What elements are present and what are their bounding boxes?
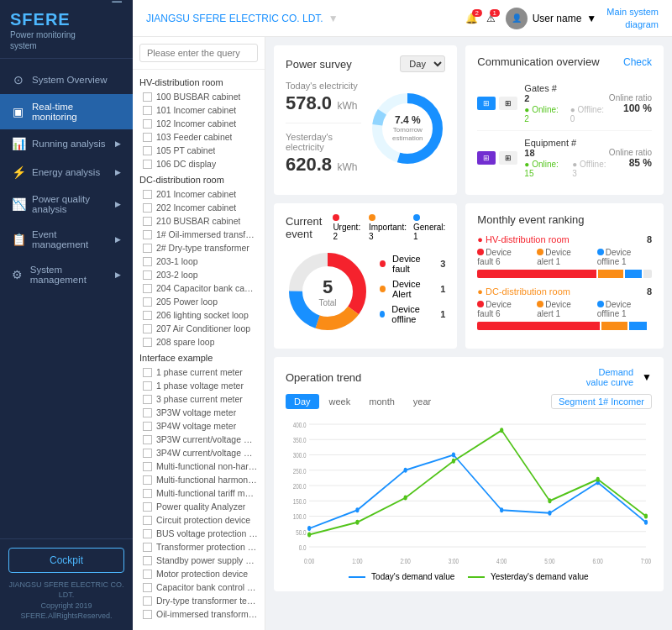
tree-item[interactable]: 3 phase current meter — [133, 392, 265, 406]
tree-checkbox[interactable] — [143, 489, 152, 498]
tree-checkbox[interactable] — [143, 146, 152, 155]
tree-checkbox[interactable] — [143, 244, 152, 253]
tree-item[interactable]: Power quality Analyzer — [133, 500, 265, 513]
tree-checkbox[interactable] — [143, 462, 152, 471]
tree-item[interactable]: 210 BUSBAR cabinet — [133, 214, 265, 228]
tree-checkbox[interactable] — [143, 203, 152, 213]
tree-item[interactable]: 203-1 loop — [133, 255, 265, 268]
tree-item[interactable]: 102 Incomer cabinet — [133, 117, 265, 130]
tree-item[interactable]: 207 Air Conditioner loop — [133, 322, 265, 335]
tree-checkbox[interactable] — [143, 408, 152, 417]
demand-value-curve[interactable]: Demand value curve — [586, 367, 633, 387]
user-info[interactable]: 👤 User name ▼ — [506, 8, 597, 29]
sidebar-item-event-management[interactable]: 📋 Event management ▶ — [0, 222, 133, 257]
tree-item[interactable]: 1# Oil-immersed transformer — [133, 228, 265, 241]
tree-checkbox[interactable] — [143, 449, 152, 458]
tree-item[interactable]: 3P4W voltage meter — [133, 419, 265, 433]
sidebar-item-energy-analysis[interactable]: ⚡ Energy analysis ▶ — [0, 158, 133, 186]
tree-checkbox[interactable] — [143, 324, 152, 333]
tree-checkbox[interactable] — [143, 217, 152, 226]
day-select[interactable]: Day — [400, 55, 445, 72]
tree-checkbox[interactable] — [143, 230, 152, 239]
tree-item[interactable]: 202 Incomer cabinet — [133, 201, 265, 214]
tree-checkbox[interactable] — [143, 422, 152, 431]
tree-checkbox[interactable] — [143, 338, 152, 347]
tree-label: 105 PT cabinet — [156, 145, 215, 155]
tree-item[interactable]: 103 Feeder cabinet — [133, 130, 265, 144]
search-input[interactable] — [139, 44, 258, 62]
tree-checkbox[interactable] — [143, 311, 152, 320]
tree-label: 3 phase current meter — [156, 394, 243, 404]
tree-item[interactable]: 206 lighting socket loop — [133, 308, 265, 322]
tree-item[interactable]: Motor protection device — [133, 567, 265, 580]
tree-checkbox[interactable] — [143, 297, 152, 307]
tree-item[interactable]: BUS voltage protection device — [133, 527, 265, 540]
trend-tab-week[interactable]: week — [321, 394, 360, 409]
tree-item[interactable]: 204 Capacitor bank cabinet — [133, 281, 265, 295]
tree-checkbox[interactable] — [143, 570, 152, 579]
trend-tab-month[interactable]: month — [360, 394, 403, 409]
tree-item[interactable]: 203-2 loop — [133, 268, 265, 281]
tree-item[interactable]: Standby power supply bing in device — [133, 554, 265, 567]
tree-checkbox[interactable] — [143, 270, 152, 280]
tree-item[interactable]: 201 Incomer cabinet — [133, 187, 265, 201]
segment-select[interactable]: Segment 1# Incomer — [551, 394, 652, 409]
tree-checkbox[interactable] — [143, 543, 152, 552]
tree-checkbox[interactable] — [143, 133, 152, 142]
tree-item[interactable]: 3P3W voltage meter — [133, 406, 265, 419]
tree-checkbox[interactable] — [143, 596, 152, 606]
comm-check-button[interactable]: Check — [623, 56, 652, 68]
sidebar-item-realtime-monitoring[interactable]: ▣ Real-time monitoring — [0, 94, 133, 129]
tree-item[interactable]: Dry-type transformer temperature control… — [133, 594, 265, 607]
power-survey-control: Day — [400, 55, 445, 72]
tree-item[interactable]: 205 Power loop — [133, 295, 265, 308]
tree-item[interactable]: 208 spare loop — [133, 335, 265, 349]
tree-checkbox[interactable] — [143, 516, 152, 525]
tree-item[interactable]: 106 DC display — [133, 157, 265, 171]
tree-checkbox[interactable] — [143, 92, 152, 102]
breadcrumb[interactable]: JIANGSU SFERE ELECTRIC CO. LDT. — [146, 13, 323, 24]
tree-item[interactable]: 3P4W current/voltage meter — [133, 446, 265, 459]
tree-checkbox[interactable] — [143, 502, 152, 512]
tree-checkbox[interactable] — [143, 556, 152, 565]
sidebar-item-system-overview[interactable]: ⊙ System Overview — [0, 66, 133, 94]
trend-tab-year[interactable]: year — [405, 394, 439, 409]
cockpit-button[interactable]: Cockpit — [8, 548, 124, 573]
tree-item[interactable]: Multi-functional tariff meter — [133, 486, 265, 500]
tree-item[interactable]: Transformer protection device — [133, 540, 265, 554]
tree-item[interactable]: 1 phase voltage meter — [133, 379, 265, 392]
tree-checkbox[interactable] — [143, 119, 152, 129]
hamburger-icon[interactable]: ☰ — [111, 0, 123, 6]
tree-item[interactable]: 1 phase current meter — [133, 365, 265, 379]
tree-item[interactable]: 105 PT cabinet — [133, 144, 265, 157]
tree-checkbox[interactable] — [143, 284, 152, 293]
tree-item[interactable]: 101 Incomer cabinet — [133, 103, 265, 117]
tree-checkbox[interactable] — [143, 368, 152, 377]
tree-checkbox[interactable] — [143, 160, 152, 169]
tree-item[interactable]: 3P3W current/voltage meter — [133, 433, 265, 446]
tree-checkbox[interactable] — [143, 190, 152, 199]
sidebar-item-system-management[interactable]: ⚙ System management ▶ — [0, 257, 133, 292]
tree-item[interactable]: Capacitor bank control device — [133, 580, 265, 594]
tree-checkbox[interactable] — [143, 395, 152, 404]
tree-checkbox[interactable] — [143, 106, 152, 115]
alert-icon[interactable]: ⚠ 1 — [486, 13, 496, 24]
trend-tab-day[interactable]: Day — [286, 394, 319, 409]
tree-checkbox[interactable] — [143, 257, 152, 266]
sidebar-item-running-analysis[interactable]: 📊 Running analysis ▶ — [0, 129, 133, 158]
tree-checkbox[interactable] — [143, 475, 152, 485]
tree-checkbox[interactable] — [143, 529, 152, 538]
tree-checkbox[interactable] — [143, 610, 152, 619]
tree-item[interactable]: Multi-functional harmonic meter — [133, 473, 265, 486]
tree-item[interactable]: 100 BUSBAR cabinet — [133, 90, 265, 103]
sidebar-item-power-quality[interactable]: 📉 Power quality analysis ▶ — [0, 186, 133, 222]
tree-item[interactable]: Multi-functional non-harmonic meter — [133, 459, 265, 473]
main-system-link[interactable]: Main system diagram — [606, 6, 659, 30]
tree-checkbox[interactable] — [143, 435, 152, 444]
message-icon[interactable]: 🔔 2 — [465, 13, 478, 24]
tree-item[interactable]: 2# Dry-type transformer — [133, 241, 265, 255]
tree-checkbox[interactable] — [143, 583, 152, 592]
tree-item[interactable]: Oil-immersed transformer temperature con… — [133, 607, 265, 621]
tree-item[interactable]: Circuit protection device — [133, 513, 265, 527]
tree-checkbox[interactable] — [143, 381, 152, 391]
